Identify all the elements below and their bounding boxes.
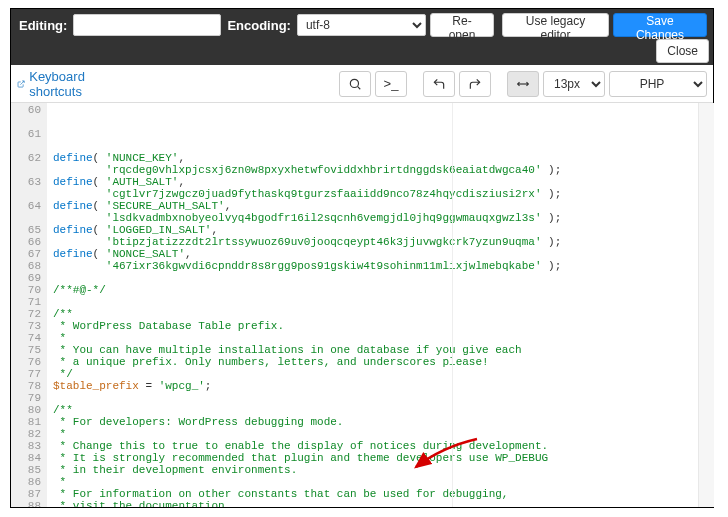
code-line: *	[53, 332, 713, 344]
vertical-scrollbar[interactable]	[698, 103, 714, 507]
code-line: */	[53, 368, 713, 380]
save-changes-button[interactable]: Save Changes	[613, 13, 707, 37]
code-line: define( 'AUTH_SALT',	[53, 176, 713, 188]
editing-path-input[interactable]	[73, 14, 221, 36]
code-line: * It is strongly recommended that plugin…	[53, 452, 713, 464]
font-size-select[interactable]: 13px	[543, 71, 605, 97]
code-line: 'cgtlvr7jzwgcz0juad9fythaskq9tgurzsfaaii…	[53, 188, 713, 200]
code-line	[53, 272, 713, 284]
editing-label: Editing:	[17, 18, 69, 33]
code-line: * visit the documentation.	[53, 500, 713, 507]
svg-line-2	[358, 86, 361, 89]
code-line	[53, 296, 713, 308]
code-line: * Change this to true to enable the disp…	[53, 440, 713, 452]
redo-icon	[468, 77, 482, 91]
code-line: *	[53, 476, 713, 488]
wrap-toggle-button[interactable]	[507, 71, 539, 97]
code-line: * For developers: WordPress debugging mo…	[53, 416, 713, 428]
code-line: define( 'LOGGED_IN_SALT',	[53, 224, 713, 236]
code-line: define( 'SECURE_AUTH_SALT',	[53, 200, 713, 212]
redo-button[interactable]	[459, 71, 491, 97]
code-line: * You can have multiple installations in…	[53, 344, 713, 356]
editor-toolbar: Keyboard shortcuts >_ 13px	[11, 65, 713, 103]
code-line: * For information on other constants tha…	[53, 488, 713, 500]
use-legacy-editor-button[interactable]: Use legacy editor	[502, 13, 609, 37]
code-line: define( 'NONCE_SALT',	[53, 248, 713, 260]
code-line: * a unique prefix. Only numbers, letters…	[53, 356, 713, 368]
language-select[interactable]: PHP	[609, 71, 707, 97]
code-line: /**	[53, 404, 713, 416]
code-line: 'rqcdeg0vhlxpjcsxj6zn0w8pxyxhetwfoviddxh…	[53, 164, 713, 176]
terminal-button[interactable]: >_	[375, 71, 407, 97]
svg-line-0	[20, 80, 24, 84]
code-line: 'btipzjatizzzdt2lrtssywuoz69uv0jooqcqeyp…	[53, 236, 713, 248]
code-editor[interactable]: 6061626364656667686970717273747576777879…	[11, 103, 713, 507]
code-line: /**#@-*/	[53, 284, 713, 296]
search-button[interactable]	[339, 71, 371, 97]
code-line: '467ixr36kgwvdi6cpnddr8s8rgg9pos91gskiw4…	[53, 260, 713, 272]
search-icon	[348, 77, 362, 91]
keyboard-shortcuts-link[interactable]: Keyboard shortcuts	[17, 69, 95, 99]
undo-icon	[432, 77, 446, 91]
line-gutter: 6061626364656667686970717273747576777879…	[11, 103, 47, 507]
code-line: * WordPress Database Table prefix.	[53, 320, 713, 332]
terminal-icon: >_	[384, 76, 399, 91]
undo-button[interactable]	[423, 71, 455, 97]
reopen-button[interactable]: Re-open	[430, 13, 494, 37]
close-button[interactable]: Close	[656, 39, 709, 63]
code-line: 'lsdkvadmbxnobyeolvyq4bgodfr16il2sqcnh6v…	[53, 212, 713, 224]
code-area[interactable]: define( 'NUNCE_KEY', 'rqcdeg0vhlxpjcsxj6…	[47, 103, 713, 507]
encoding-label: Encoding:	[225, 18, 293, 33]
code-line: define( 'NUNCE_KEY',	[53, 152, 713, 164]
code-line: /**	[53, 308, 713, 320]
arrows-horizontal-icon	[516, 77, 530, 91]
encoding-select[interactable]: utf-8	[297, 14, 426, 36]
fold-column-marker	[452, 103, 453, 507]
svg-point-1	[350, 79, 358, 87]
code-line: *	[53, 428, 713, 440]
topbar: Editing: Encoding: utf-8 Re-open Use leg…	[11, 9, 713, 65]
code-line	[53, 392, 713, 404]
external-link-icon	[17, 77, 25, 91]
code-line: $table_prefix = 'wpcg_';	[53, 380, 713, 392]
keyboard-shortcuts-label: Keyboard shortcuts	[29, 69, 95, 99]
code-line: * in their development environments.	[53, 464, 713, 476]
